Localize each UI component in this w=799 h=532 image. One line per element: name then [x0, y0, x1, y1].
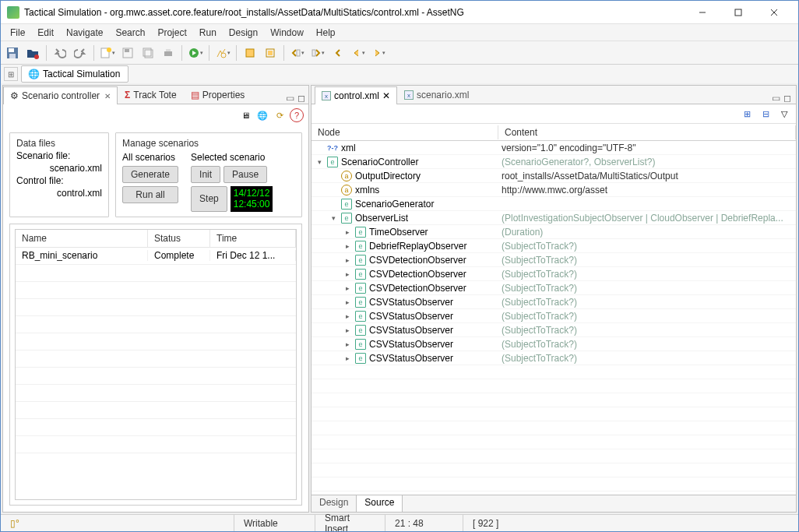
tab-scenario-controller[interactable]: ⚙ Scenario controller ✕ [3, 86, 118, 104]
nav-back-icon[interactable] [350, 44, 367, 62]
toggle-mark-icon[interactable] [241, 44, 259, 62]
twisty-icon[interactable]: ▸ [343, 298, 352, 306]
maximize-view-icon[interactable]: ◻ [297, 93, 305, 104]
twisty-icon[interactable]: ▸ [343, 270, 352, 278]
tab-properties[interactable]: ▤ Properties [184, 86, 252, 104]
pause-button[interactable]: Pause [224, 166, 267, 183]
menu-run[interactable]: Run [193, 26, 223, 40]
tab-track-tote[interactable]: Σ Track Tote [118, 86, 184, 104]
generate-button[interactable]: Generate [122, 166, 178, 183]
tree-row[interactable]: ?-?xmlversion="1.0" encoding="UTF-8" [312, 141, 796, 155]
menu-project[interactable]: Project [151, 26, 192, 40]
perspective-label: Tactical Simulation [43, 69, 120, 79]
maximize-editor-icon[interactable]: ◻ [783, 93, 791, 104]
twisty-icon[interactable]: ▸ [343, 228, 352, 236]
tab-control-xml[interactable]: x control.xml ✕ [315, 86, 397, 104]
twisty-icon[interactable]: ▸ [343, 340, 352, 348]
tree-row[interactable]: ▸eDebriefReplayObserver(SubjectToTrack?) [312, 239, 796, 253]
close-button[interactable] [756, 1, 792, 24]
node-content: (SubjectToTrack?) [498, 339, 796, 350]
undo-icon[interactable] [51, 44, 69, 62]
minimize-button[interactable] [685, 1, 720, 24]
window-title: Tactical Simulation - org.mwc.asset.core… [24, 7, 685, 18]
globe-icon[interactable]: 🌐 [255, 108, 269, 122]
tree-row[interactable]: ▸eCSVStatusObserver(SubjectToTrack?) [312, 323, 796, 337]
tree-row[interactable]: ▸eCSVStatusObserver(SubjectToTrack?) [312, 337, 796, 351]
tree-row[interactable]: ▾eScenarioController(ScenarioGenerator?,… [312, 155, 796, 169]
menu-search[interactable]: Search [109, 26, 151, 40]
menu-file[interactable]: File [4, 26, 31, 40]
close-tab-icon[interactable]: ✕ [382, 90, 390, 101]
print-icon[interactable] [160, 44, 177, 62]
twisty-icon[interactable]: ▸ [343, 312, 352, 320]
tree-row[interactable]: ▸eCSVStatusObserver(SubjectToTrack?) [312, 351, 796, 365]
menu-window[interactable]: Window [264, 26, 310, 40]
save-all-icon[interactable] [139, 44, 157, 62]
twisty-icon[interactable]: ▸ [343, 284, 352, 292]
open-perspective-button[interactable]: ⊞ [4, 67, 18, 81]
tree-row[interactable]: eScenarioGenerator [312, 197, 796, 211]
tree-row[interactable]: ▸eCSVStatusObserver(SubjectToTrack?) [312, 309, 796, 323]
tree-row[interactable]: ▸eCSVDetectionObserver(SubjectToTrack?) [312, 267, 796, 281]
tree-row[interactable]: axmlnshttp://www.mwc.org/asset [312, 183, 796, 197]
search-icon[interactable] [214, 44, 231, 62]
table-row[interactable]: RB_mini_scenarioCompleteFri Dec 12 1... [16, 248, 296, 265]
menu-design[interactable]: Design [223, 26, 264, 40]
tree-col-node[interactable]: Node [312, 125, 498, 139]
refresh-icon[interactable]: ⟳ [273, 108, 287, 122]
svg-rect-5 [9, 48, 14, 52]
close-tab-icon[interactable]: ✕ [104, 92, 111, 100]
nav-prev-edit-icon[interactable] [289, 44, 306, 62]
menu-help[interactable]: Help [310, 26, 342, 40]
redo-icon[interactable] [72, 44, 89, 62]
twisty-icon[interactable]: ▸ [343, 326, 352, 334]
maximize-button[interactable] [720, 1, 756, 24]
init-button[interactable]: Init [191, 166, 220, 183]
run-icon[interactable] [187, 44, 204, 62]
tree-row[interactable]: aOutputDirectoryroot_installs/AssetData/… [312, 169, 796, 183]
save-icon[interactable] [4, 44, 21, 62]
twisty-icon[interactable]: ▾ [329, 214, 338, 222]
perspective-tactical[interactable]: 🌐 Tactical Simulation [21, 65, 128, 83]
toggle-block-icon[interactable] [262, 44, 279, 62]
col-status[interactable]: Status [148, 230, 210, 247]
design-tab[interactable]: Design [312, 495, 357, 512]
tree-row[interactable]: ▾eObserverList(PlotInvestigationSubjectO… [312, 211, 796, 225]
twisty-icon[interactable]: ▸ [343, 354, 352, 362]
tree-row[interactable]: ▸eTimeObserver(Duration) [312, 225, 796, 239]
menu-edit[interactable]: Edit [31, 26, 60, 40]
node-label: CSVStatusObserver [369, 353, 453, 364]
collapse-all-icon[interactable]: ⊟ [759, 107, 773, 121]
nav-forward-icon[interactable] [370, 44, 387, 62]
nav-last-edit-icon[interactable] [329, 44, 347, 62]
twisty-icon[interactable]: ▸ [343, 242, 352, 250]
col-name[interactable]: Name [16, 230, 148, 247]
view-menu-icon[interactable]: ▽ [777, 107, 791, 121]
marker-icon[interactable]: ▯° [10, 518, 19, 529]
minimize-view-icon[interactable]: ▭ [286, 93, 294, 104]
tree-row[interactable]: ▸eCSVStatusObserver(SubjectToTrack?) [312, 295, 796, 309]
nav-next-edit-icon[interactable] [309, 44, 326, 62]
source-tab[interactable]: Source [357, 495, 403, 512]
twisty-icon[interactable]: ▾ [315, 158, 324, 166]
node-type-icon: e [355, 269, 366, 280]
tree-row[interactable]: ▸eCSVDetectionObserver(SubjectToTrack?) [312, 281, 796, 295]
svg-rect-11 [125, 49, 129, 52]
col-time[interactable]: Time [210, 230, 296, 247]
tab-scenario-xml[interactable]: x scenario.xml [397, 86, 476, 104]
minimize-editor-icon[interactable]: ▭ [772, 93, 780, 104]
monitor-icon[interactable]: 🖥 [238, 108, 252, 122]
open-folder-icon[interactable] [24, 44, 41, 62]
save-small-icon[interactable] [119, 44, 136, 62]
help-icon[interactable]: ? [290, 108, 304, 122]
editor-toolbar: ⊞ ⊟ ▽ [312, 104, 796, 123]
run-all-button[interactable]: Run all [122, 186, 178, 203]
step-button[interactable]: Step [191, 186, 227, 212]
tree-col-content[interactable]: Content [498, 125, 796, 139]
tree-row[interactable]: ▸eCSVDetectionObserver(SubjectToTrack?) [312, 253, 796, 267]
new-wizard-icon[interactable] [99, 44, 116, 62]
twisty-icon[interactable]: ▸ [343, 256, 352, 264]
xml-file-icon: x [404, 90, 414, 100]
menu-navigate[interactable]: Navigate [60, 26, 109, 40]
expand-all-icon[interactable]: ⊞ [740, 107, 754, 121]
